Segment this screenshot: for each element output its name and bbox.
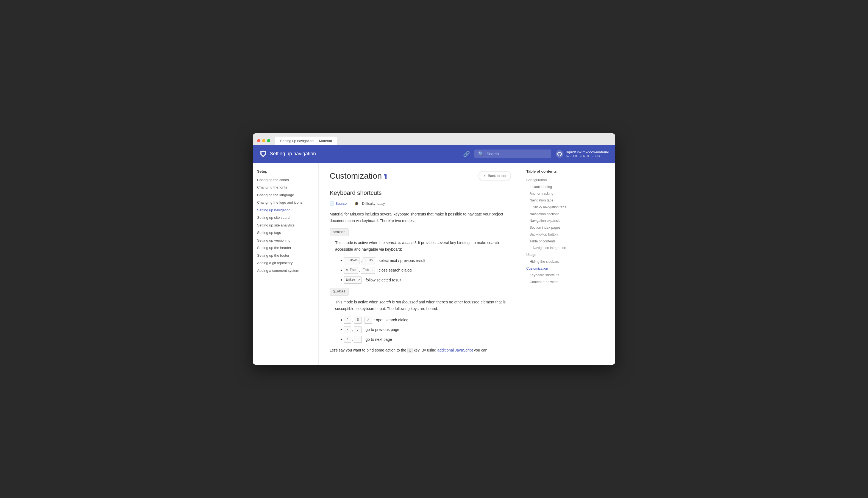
key-n: N (344, 336, 351, 343)
kbd-group: ↓ Down , ↑ Up (344, 257, 375, 264)
repo-name[interactable]: squidfunk/mkdocs-material (566, 150, 609, 154)
toc-title: Table of contents (526, 169, 578, 173)
search-mode-desc: This mode is active when the search is f… (335, 240, 511, 253)
minimize-button[interactable] (262, 139, 265, 142)
sidebar-item[interactable]: Setting up the footer (257, 252, 314, 260)
global-mode-label: global (330, 288, 349, 296)
global-shortcut-list: F , S , / : open search dialog P , (341, 317, 511, 343)
search-mode-section: This mode is active when the search is f… (335, 240, 511, 283)
site-logo[interactable]: Setting up navigation (259, 150, 316, 158)
tag-icon: 🏷 (566, 154, 569, 157)
source-icon: 📄 (330, 201, 334, 207)
sidebar-item[interactable]: Setting up versioning (257, 237, 314, 244)
section-title: Keyboard shortcuts (330, 188, 511, 198)
search-placeholder: Search (487, 152, 499, 156)
global-mode-desc: This mode is active when search is not f… (335, 299, 511, 312)
toc-item[interactable]: Section index pages (526, 224, 578, 231)
maximize-button[interactable] (267, 139, 270, 142)
sidebar-nav: Changing the colorsChanging the fontsCha… (257, 176, 314, 275)
kbd-group: F , S , / (344, 317, 372, 324)
javascript-link[interactable]: JavaScript (455, 348, 473, 352)
browser-tab[interactable]: Setting up navigation — Material (275, 136, 337, 145)
shortcut-item: F , S , / : open search dialog (341, 317, 511, 324)
bullet-dot (341, 260, 342, 261)
toc-item[interactable]: Back-to-top button (526, 231, 578, 238)
shortcut-item: Enter ↵ : follow selected result (341, 276, 511, 283)
repo-stars: ☆ 6.9k (580, 154, 589, 158)
page-body: Setup Changing the colorsChanging the fo… (253, 163, 615, 365)
toc-item[interactable]: Configuration (526, 177, 578, 184)
sidebar-left: Setup Changing the colorsChanging the fo… (253, 163, 318, 365)
sidebar-item[interactable]: Setting up site search (257, 214, 314, 222)
shortcut-item: N , . : go to next page (341, 336, 511, 343)
sidebar-item[interactable]: Changing the colors (257, 176, 314, 184)
kbd-group: ⎋ Esc , Tab → (344, 267, 375, 274)
traffic-lights (257, 139, 270, 142)
close-button[interactable] (257, 139, 260, 142)
fork-icon: ⑂ (592, 154, 594, 157)
search-not-focused-italic: search is not focussed (379, 300, 418, 304)
search-focused-italic: search is focused (386, 240, 416, 245)
toc-item[interactable]: Navigation sections (526, 211, 578, 218)
toc-item[interactable]: Instant loading (526, 184, 578, 191)
additional-link[interactable]: additional (437, 348, 454, 352)
search-icon: 🔍 (478, 151, 484, 156)
difficulty-icon: 🎓 (354, 201, 359, 207)
back-to-top-button[interactable]: ↑ Back to top (478, 171, 511, 180)
key-tab: Tab → (361, 267, 375, 274)
title-anchor-icon[interactable]: ¶ (384, 171, 387, 181)
repo-forks: ⑂ 1.6k (592, 154, 600, 158)
shortcut-item: ⎋ Esc , Tab → : close search dialog (341, 267, 511, 274)
key-enter: Enter ↵ (344, 276, 362, 283)
search-bar[interactable]: 🔍 Search (474, 149, 551, 158)
sidebar-item[interactable]: Setting up the header (257, 244, 314, 252)
repo-stats: 🏷 7.1.9 ☆ 6.9k ⑂ 1.6k (566, 154, 609, 158)
search-mode-label: search (330, 228, 349, 236)
toc-item[interactable]: Navigation integration (526, 245, 578, 251)
arrow-up-icon: ↑ (484, 174, 486, 178)
sidebar-item[interactable]: Setting up site analytics (257, 222, 314, 229)
sidebar-item[interactable]: Setting up navigation (257, 206, 314, 214)
key-up: ↑ Up (363, 257, 375, 264)
footer-paragraph: Let's say you want to bind some action t… (330, 347, 511, 354)
key-p: P (344, 326, 351, 333)
key-slash: / (365, 317, 372, 324)
key-s: S (354, 317, 362, 324)
tab-label: Setting up navigation — Material (280, 139, 332, 143)
toc-item[interactable]: Hiding the sidebars (526, 258, 578, 265)
main-content: Customization ¶ ↑ Back to top Keyboard s… (318, 163, 522, 365)
kbd-group: Enter ↵ (344, 276, 362, 283)
global-mode-section: This mode is active when search is not f… (335, 299, 511, 343)
sidebar-item[interactable]: Setting up tags (257, 229, 314, 237)
kbd-group: P , , (344, 326, 362, 333)
sidebar-item[interactable]: Adding a git repository (257, 259, 314, 267)
toc-item[interactable]: Table of contents (526, 238, 578, 245)
key-f: F (344, 317, 351, 324)
toc-item[interactable]: Usage (526, 251, 578, 258)
toc-item[interactable]: Anchor tracking (526, 190, 578, 197)
sidebar-item[interactable]: Adding a comment system (257, 267, 314, 275)
bullet-dot (341, 279, 342, 280)
shortcut-item: P , , : go to previous page (341, 326, 511, 333)
sidebar-item[interactable]: Changing the logo and icons (257, 199, 314, 206)
sidebar-item[interactable]: Changing the language (257, 191, 314, 199)
toc-nav: ConfigurationInstant loadingAnchor track… (526, 177, 578, 286)
toc-item[interactable]: Keyboard shortcuts (526, 272, 578, 279)
bullet-dot (341, 270, 342, 271)
site-title: Setting up navigation (270, 151, 316, 157)
toc-item[interactable]: Sticky navigation tabs (526, 204, 578, 211)
toc-item[interactable]: Navigation tabs (526, 197, 578, 204)
repo-version: 🏷 7.1.9 (566, 154, 577, 158)
toc-item[interactable]: Navigation expansion (526, 218, 578, 224)
toc-item[interactable]: Customization (526, 265, 578, 272)
site-header: Setting up navigation 🔗 🔍 Search squidfu… (253, 145, 615, 163)
star-icon: ☆ (580, 154, 582, 158)
shortcut-item: ↓ Down , ↑ Up : select next / previous r… (341, 257, 511, 264)
meta-row: 📄 Source · 🎓 Difficulty: easy (330, 201, 511, 207)
toc-item[interactable]: Content area width (526, 279, 578, 286)
key-esc: ⎋ Esc (344, 267, 358, 274)
difficulty-label: Difficulty: easy (362, 201, 385, 207)
sidebar-item[interactable]: Changing the fonts (257, 184, 314, 191)
source-link[interactable]: 📄 Source (330, 201, 347, 207)
link-icon[interactable]: 🔗 (463, 150, 470, 157)
